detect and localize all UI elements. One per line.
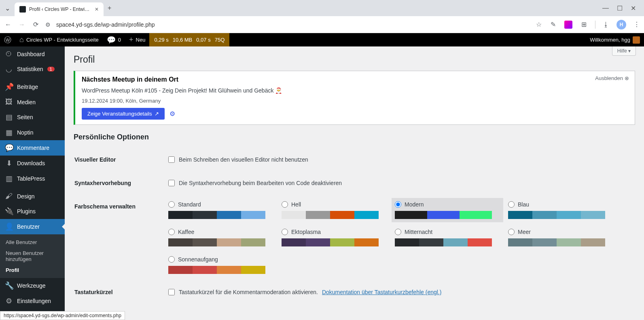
menu-label: Benutzer <box>17 223 40 230</box>
submenu-profile[interactable]: Profil <box>0 265 65 276</box>
pin-icon: 📌 <box>5 82 13 91</box>
browser-tab-strip: ⌄ Profil ‹ Circles WP - Entwicklun… ✕ + … <box>0 0 644 16</box>
color-scheme-radio[interactable] <box>395 229 401 235</box>
color-scheme-name: Mitternacht <box>405 229 432 235</box>
color-scheme-name: Hell <box>291 201 301 208</box>
color-scheme-option[interactable]: Sonnenaufgang <box>168 256 273 274</box>
dismiss-icon: ⊗ <box>625 75 629 81</box>
color-scheme-radio[interactable] <box>282 229 288 235</box>
color-scheme-radio[interactable] <box>282 201 288 208</box>
color-scheme-radio[interactable] <box>168 256 175 263</box>
shortcuts-desc: Tastaturkürzel für die Kommentarmoderati… <box>179 289 318 295</box>
menu-stats[interactable]: ◡Statistiken1 <box>0 61 65 77</box>
shortcuts-doc-link[interactable]: Dokumentation über Tastaturkurzbefehle (… <box>322 289 441 295</box>
noptin-icon: ▦ <box>5 128 13 137</box>
site-info-icon[interactable]: ⚙ <box>45 21 51 28</box>
menu-label: Downloads <box>17 160 45 166</box>
browser-tab[interactable]: Profil ‹ Circles WP - Entwicklun… ✕ <box>15 2 104 16</box>
menu-label: Einstellungen <box>17 298 51 304</box>
back-button[interactable]: ← <box>4 21 12 28</box>
shortcuts-checkbox[interactable] <box>168 289 175 295</box>
menu-design[interactable]: 🖌Design <box>0 189 65 204</box>
color-scheme-radio[interactable] <box>168 201 175 208</box>
submenu-all-users[interactable]: Alle Benutzer <box>0 237 65 248</box>
menu-label: TablePress <box>17 175 45 182</box>
color-scheme-radio[interactable] <box>395 201 401 208</box>
menu-label: Noptin <box>17 129 33 136</box>
browser-menu-icon[interactable]: ⋮ <box>633 21 640 28</box>
meetup-notice: Ausblenden ⊗ Nächstes Meetup in deinem O… <box>74 71 635 125</box>
extensions-menu-icon[interactable]: ⊞ <box>580 21 588 29</box>
menu-tools[interactable]: 🔧Werkzeuge <box>0 278 65 293</box>
menu-plugins[interactable]: 🔌Plugins <box>0 204 65 219</box>
color-scheme-radio[interactable] <box>168 229 175 235</box>
menu-pages[interactable]: ▤Seiten <box>0 109 65 125</box>
site-name-text: Circles WP - Entwicklungsseite <box>26 37 99 43</box>
submenu-add-user[interactable]: Neuen Benutzer hinzufügen <box>0 248 65 265</box>
maximize-icon[interactable]: ☐ <box>617 4 623 12</box>
color-scheme-option[interactable]: Mitternacht <box>395 229 500 246</box>
tab-title: Profil ‹ Circles WP - Entwicklun… <box>29 6 91 12</box>
color-scheme-option[interactable]: Hell <box>282 201 387 219</box>
colors-label: Farbschema verwalten <box>74 195 163 280</box>
minimize-icon[interactable]: — <box>602 4 609 12</box>
color-scheme-option[interactable]: Blau <box>508 201 613 219</box>
users-submenu: Alle Benutzer Neuen Benutzer hinzufügen … <box>0 234 65 278</box>
user-avatar-icon <box>633 36 640 44</box>
menu-dashboard[interactable]: ⏲Dashboard <box>0 46 65 61</box>
new-tab-button[interactable]: + <box>108 4 111 12</box>
browser-status-bar: https://space4.yd-sgs.de/wp-admin/edit-c… <box>0 311 125 320</box>
media-icon: 🖼 <box>5 98 13 106</box>
comments-link[interactable]: 💬0 <box>103 33 125 46</box>
color-scheme-radio[interactable] <box>508 229 515 235</box>
menu-comments[interactable]: 💬Kommentare <box>0 140 65 156</box>
color-scheme-name: Blau <box>518 201 529 208</box>
stats-icon: ◡ <box>5 65 13 74</box>
browser-toolbar: ← → ⟳ ⚙ space4.yd-sgs.de/wp-admin/profil… <box>0 16 644 33</box>
reload-button[interactable]: ⟳ <box>32 21 40 28</box>
color-scheme-option[interactable]: Standard <box>168 201 273 219</box>
download-icon[interactable]: ⭳ <box>603 21 609 28</box>
forward-button[interactable]: → <box>18 21 26 28</box>
menu-media[interactable]: 🖼Medien <box>0 95 65 109</box>
profile-avatar[interactable]: H <box>616 20 626 29</box>
show-event-button[interactable]: Zeige Veranstaltungsdetails ↗ <box>82 108 165 120</box>
menu-label: Seiten <box>17 114 33 120</box>
close-tab-icon[interactable]: ✕ <box>95 6 99 12</box>
menu-downloads[interactable]: ⬇Downloads <box>0 156 65 171</box>
color-scheme-option[interactable]: Ektoplasma <box>282 229 387 246</box>
color-scheme-radio[interactable] <box>508 201 515 208</box>
close-window-icon[interactable]: ✕ <box>631 4 636 12</box>
dismiss-notice[interactable]: Ausblenden ⊗ <box>595 75 629 81</box>
url-bar[interactable]: space4.yd-sgs.de/wp-admin/profile.php <box>56 21 530 28</box>
color-scheme-option[interactable]: Meer <box>508 229 613 246</box>
user-account-link[interactable]: Willkommen, hgg <box>586 33 644 46</box>
color-scheme-name: Kaffee <box>178 229 194 235</box>
new-content-link[interactable]: +Neu <box>125 33 149 46</box>
eyedropper-extension-icon[interactable]: ✎ <box>549 21 557 29</box>
menu-settings[interactable]: ⚙Einstellungen <box>0 293 65 309</box>
bookmark-icon[interactable]: ☆ <box>536 21 542 28</box>
tab-search-dropdown[interactable]: ⌄ <box>0 4 15 12</box>
help-toggle[interactable]: Hilfe ▾ <box>612 46 636 56</box>
color-swatches <box>508 238 605 246</box>
stats-badge: 1 <box>47 67 55 72</box>
perf-queries: 75Q <box>215 37 225 43</box>
wp-logo[interactable]: ⓦ <box>0 33 15 46</box>
site-name-link[interactable]: ⌂Circles WP - Entwicklungsseite <box>15 33 103 46</box>
menu-users[interactable]: 👤Benutzer <box>0 219 65 234</box>
menu-posts[interactable]: 📌Beiträge <box>0 79 65 95</box>
visual-editor-checkbox[interactable] <box>168 156 175 163</box>
meetup-settings-icon[interactable]: ⚙ <box>169 110 175 118</box>
favicon <box>19 6 26 13</box>
window-controls: — ☐ ✕ <box>602 4 644 12</box>
syntax-checkbox[interactable] <box>168 180 175 186</box>
color-scheme-name: Standard <box>178 201 201 208</box>
performance-stats[interactable]: 0,29 s 10,6 MB 0,07 s 75Q <box>149 33 229 46</box>
menu-tablepress[interactable]: ▥TablePress <box>0 171 65 186</box>
extension-icon[interactable] <box>564 21 572 29</box>
page-title: Profil <box>74 51 635 71</box>
menu-noptin[interactable]: ▦Noptin <box>0 125 65 140</box>
color-scheme-option[interactable]: Modern <box>392 198 503 222</box>
color-scheme-option[interactable]: Kaffee <box>168 229 273 246</box>
